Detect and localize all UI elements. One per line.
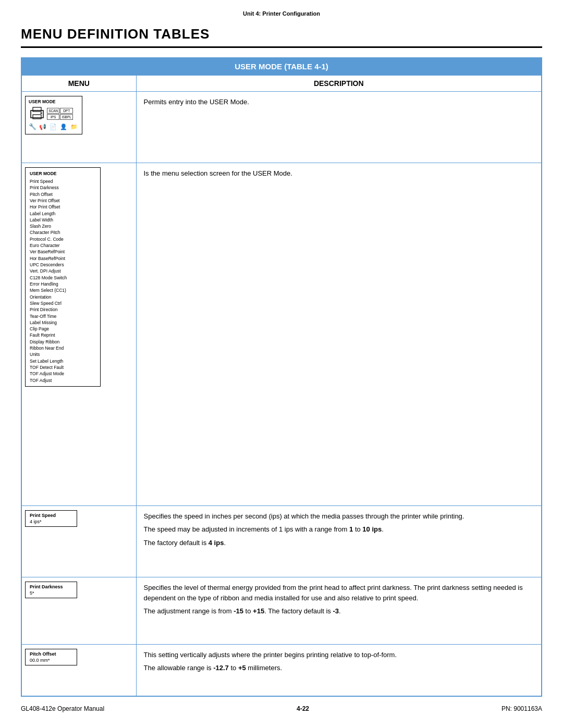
menu-list-item: Set Label Length (30, 358, 96, 364)
menu-list-item: TOF Adjust Mode (30, 371, 96, 377)
menu-list-item: Units (30, 351, 96, 357)
svg-text:📢: 📢 (39, 123, 46, 130)
menu-list-item: Label Length (30, 211, 96, 217)
pitch-offset-desc-2: The allowable range is -12.7 to +5 milli… (144, 663, 534, 673)
print-darkness-desc-1: Specifies the level of thermal energy pr… (144, 583, 534, 603)
desc-cell-print-darkness: Specifies the level of thermal energy pr… (136, 577, 542, 644)
desc-cell-print-speed: Specifies the speed in inches per second… (136, 505, 542, 577)
menu-list-box: USER MODEPrint SpeedPrint DarknessPitch … (25, 167, 101, 387)
printer-icon (29, 106, 45, 121)
menu-list-item: C128 Mode Switch (30, 275, 96, 281)
svg-text:🔧: 🔧 (29, 122, 36, 130)
svg-rect-1 (33, 107, 41, 112)
menu-list-item: Euro Character (30, 242, 96, 249)
menu-cell-user-mode-icon: USER MODE SCANDPTIPSISBPL🔧📢📄👤📁 (21, 92, 136, 163)
menu-list-item: Display Ribbon (30, 339, 96, 345)
menu-list-item: Print Darkness (30, 184, 96, 191)
footer-left: GL408-412e Operator Manual (21, 705, 104, 712)
menu-list-item: Character Pitch (30, 229, 96, 236)
menu-list-item: Ribbon Near End (30, 345, 96, 351)
table-row: USER MODEPrint SpeedPrint DarknessPitch … (21, 163, 542, 505)
person-icon: 👤 (60, 122, 68, 131)
menu-list-item: Error Handling (30, 281, 96, 287)
menu-list-item: Fault Reprint (30, 332, 96, 338)
svg-rect-2 (33, 115, 41, 119)
col-header-menu: MENU (68, 79, 90, 88)
menu-list-item: Slew Speed Ctrl (30, 300, 96, 306)
menu-cell-pitch-offset: Pitch Offset00.0 mm* (21, 644, 136, 696)
menu-list-item: TOF Detect Fault (30, 364, 96, 371)
svg-text:📁: 📁 (70, 123, 78, 130)
page-icon: 📄 (50, 122, 58, 131)
menu-list-item: Label Missing (30, 319, 96, 326)
table-row: Print Darkness5*Specifies the level of t… (21, 577, 542, 644)
page-title: MENU DEFINITION TABLES (21, 26, 542, 48)
print-darkness-desc-2: The adjustment range is from -15 to +15.… (144, 606, 534, 616)
menu-cell-print-darkness: Print Darkness5* (21, 577, 136, 644)
menu-list-item: Tear-Off Time (30, 313, 96, 319)
setting-box-print-darkness: Print Darkness5* (25, 582, 77, 598)
svg-point-3 (41, 113, 42, 114)
desc-cell-pitch-offset: This setting vertically adjusts where th… (136, 644, 542, 696)
menu-list-item: Hor BaseRefPoint (30, 255, 96, 262)
menu-list-item: Pitch Offset (30, 191, 96, 198)
page-footer: GL408-412e Operator Manual 4-22 PN: 9001… (21, 705, 542, 712)
print-speed-desc-1: Specifies the speed in inches per second… (144, 511, 534, 522)
setting-box-pitch-offset: Pitch Offset00.0 mm* (25, 649, 77, 665)
table-row: Print Speed4 ips*Specifies the speed in … (21, 505, 542, 577)
print-speed-desc-2: The speed may be adjusted in increments … (144, 524, 534, 535)
header-text: Unit 4: Printer Configuration (243, 10, 320, 17)
menu-list-item: Clip Page (30, 326, 96, 332)
table-row: Pitch Offset00.0 mm*This setting vertica… (21, 644, 542, 696)
svg-text:👤: 👤 (60, 123, 67, 130)
menu-cell-user-mode-menu: USER MODEPrint SpeedPrint DarknessPitch … (21, 163, 136, 505)
menu-list-item: Vert. DPI Adjust (30, 268, 96, 274)
menu-list-item: UPC Descenders (30, 262, 96, 268)
col-header-desc: DESCRIPTION (314, 79, 364, 88)
pitch-offset-desc-1: This setting vertically adjusts where th… (144, 650, 534, 660)
desc-cell-user-mode-icon: Permits entry into the USER Mode. (136, 92, 542, 163)
menu-list-item: Print Direction (30, 306, 96, 313)
footer-right: PN: 9001163A (501, 705, 542, 712)
page-wrapper: Unit 4: Printer Configuration MENU DEFIN… (0, 0, 563, 728)
menu-list-item: Protocol C. Code (30, 236, 96, 242)
print-speed-desc-3: The factory default is 4 ips. (144, 538, 534, 548)
speaker-icon: 📢 (39, 122, 47, 131)
main-table: USER MODE (TABLE 4-1) MENU DESCRIPTION U… (21, 57, 542, 697)
menu-list-item: Print Speed (30, 178, 96, 184)
menu-list-item: TOF Adjust (30, 377, 96, 384)
menu-list-item: Ver BaseRefPoint (30, 249, 96, 255)
menu-list-item: Hor Print Offset (30, 204, 96, 210)
menu-cell-print-speed: Print Speed4 ips* (21, 505, 136, 577)
svg-text:📄: 📄 (50, 123, 57, 130)
menu-list-item: Mem Select (CC1) (30, 287, 96, 293)
table-row: USER MODE SCANDPTIPSISBPL🔧📢📄👤📁Permits en… (21, 92, 542, 163)
menu-list-item: Ver Print Offset (30, 198, 96, 204)
menu-list-item: Orientation (30, 294, 96, 300)
footer-center: 4-22 (104, 705, 501, 712)
menu-list-item: Slash Zero (30, 223, 96, 229)
folder-icon: 📁 (70, 122, 79, 131)
menu-list-item: Label Width (30, 217, 96, 223)
tool-icon: 🔧 (29, 122, 37, 131)
desc-cell-user-mode-menu: Is the menu selection screen for the USE… (136, 163, 542, 505)
page-header: Unit 4: Printer Configuration (21, 10, 542, 17)
table-title: USER MODE (TABLE 4-1) (235, 62, 328, 71)
user-mode-icon-box: USER MODE SCANDPTIPSISBPL🔧📢📄👤📁 (25, 96, 82, 134)
setting-box-print-speed: Print Speed4 ips* (25, 510, 77, 527)
